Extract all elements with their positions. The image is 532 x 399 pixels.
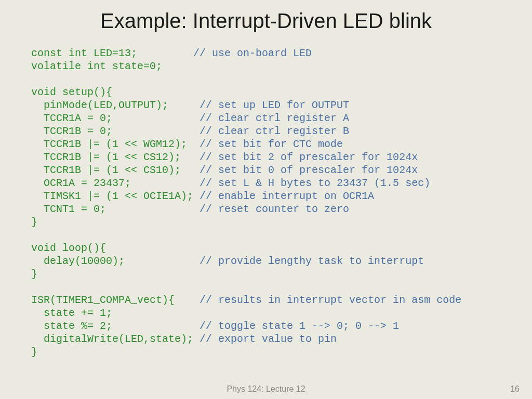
- slide-title: Example: Interrupt-Driven LED blink: [0, 9, 532, 33]
- code-comment: // toggle state 1 --> 0; 0 --> 1: [200, 320, 399, 332]
- code-line: void setup(){: [31, 86, 112, 98]
- code-comment: // set bit for CTC mode: [200, 138, 343, 150]
- code-comment: // enable interrupt on OCR1A: [200, 190, 374, 202]
- code-line: }: [31, 268, 37, 280]
- code-line: ISR(TIMER1_COMPA_vect){: [31, 294, 200, 306]
- footer-course-label: Phys 124: Lecture 12: [0, 384, 532, 394]
- code-block: const int LED=13; // use on-board LED vo…: [31, 47, 461, 358]
- code-comment: // use on-board LED: [193, 47, 312, 59]
- code-line: TCCR1B |= (1 << CS10);: [31, 164, 200, 176]
- code-line: state %= 2;: [31, 320, 200, 332]
- code-comment: // clear ctrl register A: [200, 112, 349, 124]
- code-comment: // export value to pin: [200, 333, 337, 345]
- code-line: delay(10000);: [31, 255, 200, 267]
- code-comment: // clear ctrl register B: [200, 125, 349, 137]
- page-number: 16: [510, 384, 520, 394]
- code-line: }: [31, 346, 37, 358]
- code-line: state += 1;: [31, 307, 112, 319]
- code-line: digitalWrite(LED,state);: [31, 333, 200, 345]
- code-line: TCNT1 = 0;: [31, 203, 200, 215]
- code-line: pinMode(LED,OUTPUT);: [31, 99, 200, 111]
- code-line: const int LED=13;: [31, 47, 193, 59]
- code-comment: // set bit 2 of prescaler for 1024x: [200, 151, 418, 163]
- code-line: TCCR1B = 0;: [31, 125, 200, 137]
- code-line: TCCR1B |= (1 << CS12);: [31, 151, 200, 163]
- code-line: TCCR1B |= (1 << WGM12);: [31, 138, 200, 150]
- code-line: void loop(){: [31, 242, 106, 254]
- code-comment: // set bit 0 of prescaler for 1024x: [200, 164, 418, 176]
- code-comment: // reset counter to zero: [200, 203, 349, 215]
- code-comment: // results in interrupt vector in asm co…: [200, 294, 461, 306]
- code-comment: // set up LED for OUTPUT: [200, 99, 349, 111]
- code-line: OCR1A = 23437;: [31, 177, 200, 189]
- code-comment: // provide lengthy task to interrupt: [200, 255, 424, 267]
- code-comment: // set L & H bytes to 23437 (1.5 sec): [200, 177, 430, 189]
- code-line: volatile int state=0;: [31, 60, 162, 72]
- code-line: TCCR1A = 0;: [31, 112, 200, 124]
- slide: Example: Interrupt-Driven LED blink cons…: [0, 0, 532, 399]
- code-line: }: [31, 216, 37, 228]
- code-line: TIMSK1 |= (1 << OCIE1A);: [31, 190, 200, 202]
